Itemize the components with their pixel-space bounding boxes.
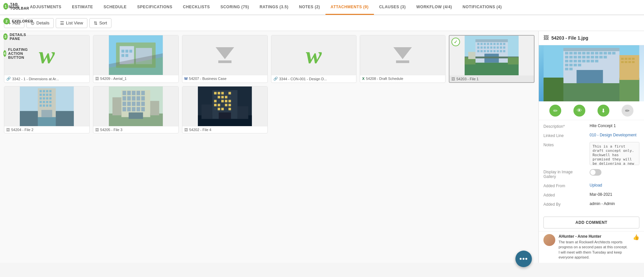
- tab-notes[interactable]: NOTES (2): [294, 0, 325, 15]
- svg-rect-121: [218, 108, 220, 110]
- building-tall-img: [4, 87, 89, 126]
- svg-rect-170: [620, 78, 639, 101]
- tab-schedule[interactable]: SCHEDULE: [98, 0, 132, 15]
- thumb-7: [4, 87, 89, 126]
- svg-rect-115: [214, 104, 217, 106]
- svg-rect-114: [228, 100, 231, 102]
- svg-rect-106: [218, 96, 220, 98]
- more-options-button[interactable]: ✏: [622, 105, 633, 117]
- svg-rect-15: [484, 43, 486, 45]
- grid-item-4[interactable]: w 🔗 3344 - CON-001 - Design D...: [271, 35, 357, 83]
- svg-rect-104: [228, 92, 231, 94]
- svg-rect-64: [40, 105, 42, 107]
- thumb-4: w: [271, 35, 356, 75]
- details-pane: 🖼 54203 - File 1.jpg: [538, 31, 644, 263]
- tab-main[interactable]: MAIN: [3, 0, 25, 15]
- grid-item-8[interactable]: 🖼 54205 - File 3: [93, 86, 179, 133]
- tab-scoring[interactable]: SCORING (75): [215, 0, 254, 15]
- label-2: 🖼 54209 - Aerial_1: [93, 75, 178, 82]
- image-icon-7: 🖼: [6, 128, 10, 132]
- svg-rect-54: [46, 94, 48, 96]
- fab-button[interactable]: •••: [515, 251, 532, 263]
- sort-button[interactable]: ⇅ Sort: [89, 18, 111, 28]
- add-button[interactable]: + Add: [4, 18, 24, 28]
- add-comment-button[interactable]: ADD COMMENT: [543, 217, 639, 228]
- svg-rect-150: [591, 56, 594, 58]
- linked-line-value: 010 - Design Development: [590, 133, 639, 137]
- svg-rect-43: [508, 57, 519, 64]
- svg-rect-48: [40, 90, 42, 92]
- svg-rect-124: [228, 108, 231, 110]
- svg-rect-62: [46, 101, 48, 103]
- svg-rect-14: [480, 43, 483, 45]
- grid-item-1[interactable]: w 🔗 3342 - 1 - Dimensions at Ar...: [4, 35, 90, 83]
- like-icon[interactable]: 👍: [633, 234, 639, 240]
- toolbar: + Add ⊙ Details ☰ List View ⇅ Sort: [0, 15, 644, 31]
- grid-item-3[interactable]: W 54207 - Business Case: [182, 35, 268, 83]
- svg-rect-112: [221, 100, 224, 102]
- svg-rect-5: [125, 50, 128, 53]
- svg-rect-132: [565, 52, 568, 54]
- svg-rect-22: [477, 47, 479, 49]
- view-button[interactable]: 👁: [573, 105, 585, 117]
- grid-item-7[interactable]: 🖼 54204 - File 2: [4, 86, 90, 133]
- details-button[interactable]: ⊙ Details: [26, 18, 54, 28]
- download-button[interactable]: ⬇: [598, 105, 609, 117]
- tab-clauses[interactable]: CLAUSES (3): [374, 0, 411, 15]
- list-view-button[interactable]: ☰ List View: [56, 18, 87, 28]
- svg-rect-81: [132, 96, 136, 100]
- commenter-avatar: [543, 234, 555, 246]
- notes-textarea[interactable]: This is a first draft concept only. Rock…: [590, 142, 639, 165]
- svg-rect-164: [574, 64, 577, 66]
- svg-rect-51: [49, 90, 52, 92]
- svg-rect-77: [137, 91, 140, 95]
- svg-rect-18: [494, 43, 496, 45]
- added-row: Added Mar-08-2021: [543, 192, 639, 197]
- svg-rect-8: [125, 54, 128, 57]
- svg-rect-44: [468, 52, 475, 59]
- svg-rect-16: [487, 43, 489, 45]
- tab-checklists[interactable]: CHECKLISTS: [178, 0, 215, 15]
- thumb-2: [93, 35, 178, 75]
- tab-estimate[interactable]: ESTIMATE: [67, 0, 98, 15]
- svg-rect-17: [490, 43, 493, 45]
- tab-attachments[interactable]: ATTACHMENTS (9): [325, 0, 374, 15]
- svg-rect-176: [621, 61, 624, 63]
- svg-rect-52: [40, 94, 42, 96]
- svg-rect-20: [500, 43, 502, 45]
- display-gallery-toggle[interactable]: [590, 169, 601, 176]
- svg-rect-65: [43, 105, 45, 107]
- svg-rect-133: [569, 52, 573, 54]
- grid-item-6[interactable]: ✓: [449, 35, 535, 83]
- svg-rect-155: [569, 60, 573, 62]
- tab-ratings[interactable]: RATINGS (3.5): [254, 0, 294, 15]
- comment-content: AHunter - Anne Hunter The team at Rockwe…: [559, 234, 629, 260]
- grid-item-2[interactable]: 🖼 54209 - Aerial_1: [93, 35, 179, 83]
- grid-item-5[interactable]: X 54208 - Draft Schedule: [360, 35, 445, 83]
- svg-rect-142: [608, 52, 611, 54]
- svg-rect-157: [578, 60, 581, 62]
- svg-rect-27: [494, 47, 496, 49]
- svg-rect-108: [225, 96, 228, 98]
- svg-rect-137: [587, 52, 590, 54]
- grid-item-9[interactable]: 🖼 54202 - File 4: [182, 86, 268, 133]
- comment-author: AHunter - Anne Hunter: [559, 234, 629, 239]
- svg-rect-33: [484, 50, 486, 52]
- tab-notifications[interactable]: NOTIFICATIONS (4): [457, 0, 507, 15]
- added-from-row: Added From Upload: [543, 183, 639, 188]
- added-value: Mar-08-2021: [590, 192, 639, 197]
- svg-rect-28: [497, 47, 499, 49]
- svg-rect-12: [475, 39, 508, 42]
- tab-specifications[interactable]: SPECIFICATIONS: [132, 0, 178, 15]
- attachment-grid: w 🔗 3342 - 1 - Dimensions at Ar...: [4, 35, 535, 133]
- svg-rect-58: [46, 97, 48, 100]
- svg-rect-153: [604, 56, 607, 58]
- plus-icon: +: [8, 20, 11, 26]
- description-value: Hite Concept 1: [590, 123, 639, 128]
- tab-workflow[interactable]: WORKFLOW (4/4): [411, 0, 457, 15]
- image-icon-9: 🖼: [184, 128, 188, 132]
- svg-rect-168: [577, 70, 603, 83]
- svg-rect-91: [132, 107, 136, 111]
- edit-button[interactable]: ✏: [549, 105, 561, 117]
- tab-adjustments[interactable]: ADJUSTMENTS: [25, 0, 67, 15]
